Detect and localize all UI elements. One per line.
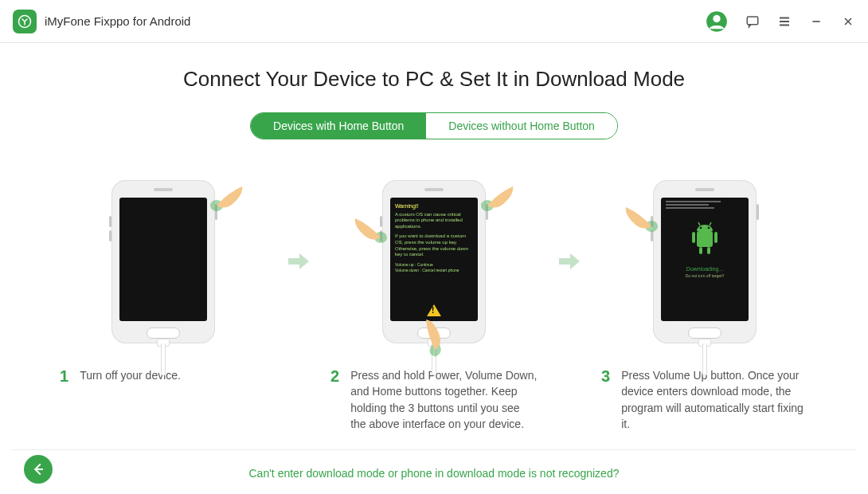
account-icon[interactable] xyxy=(706,10,728,33)
step-description: Press and hold Power, Volume Down, and H… xyxy=(350,367,538,432)
menu-icon[interactable] xyxy=(777,14,792,29)
help-link[interactable]: Can't enter download mode or phone in do… xyxy=(249,467,620,480)
main-content: Connect Your Device to PC & Set It in Do… xyxy=(0,43,868,432)
svg-line-16 xyxy=(710,222,711,225)
titlebar: iMyFone Fixppo for Android xyxy=(0,0,868,43)
tab-with-home[interactable]: Devices with Home Button xyxy=(251,113,426,139)
warning-text: Volume down : Cancel restart phone xyxy=(395,268,473,273)
phone-illustration-2: Warning!! A custom OS can cause critical… xyxy=(382,180,486,343)
step-number: 3 xyxy=(601,367,610,432)
footer: Can't enter download mode or phone in do… xyxy=(11,449,857,486)
phone-illustration-3: Downloading... Do not turn off target!! xyxy=(653,180,757,343)
svg-point-13 xyxy=(700,226,702,229)
arrow-right-icon xyxy=(553,162,585,361)
svg-rect-10 xyxy=(714,232,717,243)
svg-point-14 xyxy=(708,226,710,229)
step-number: 1 xyxy=(60,367,68,386)
app-title: iMyFone Fixppo for Android xyxy=(45,14,190,28)
svg-rect-11 xyxy=(699,247,702,254)
feedback-icon[interactable] xyxy=(745,14,760,29)
phone-illustration-1 xyxy=(111,180,215,343)
minimize-button[interactable] xyxy=(809,14,823,29)
svg-rect-9 xyxy=(692,232,695,243)
steps-row: 1 Turn off your device. Warning!! A cust… xyxy=(40,162,828,432)
step-1: 1 Turn off your device. xyxy=(52,162,275,386)
downloading-text: Downloading... xyxy=(661,266,749,272)
close-button[interactable] xyxy=(841,14,855,29)
app-logo xyxy=(13,10,37,33)
device-type-toggle: Devices with Home Button Devices without… xyxy=(250,112,618,139)
warning-triangle-icon xyxy=(427,304,441,316)
android-robot-icon xyxy=(689,220,721,260)
finger-icon xyxy=(631,204,663,241)
warning-text: A custom OS can cause critical problems … xyxy=(395,212,473,230)
finger-icon xyxy=(476,183,508,220)
warning-header: Warning!! xyxy=(395,202,473,210)
finger-icon xyxy=(360,215,392,252)
step-3: Downloading... Do not turn off target!! xyxy=(593,162,816,432)
step-description: Press Volume Up button. Once your device… xyxy=(621,367,808,432)
svg-rect-3 xyxy=(747,17,758,25)
tab-without-home[interactable]: Devices without Home Button xyxy=(426,113,617,139)
svg-point-2 xyxy=(713,14,720,22)
finger-icon xyxy=(205,183,237,220)
back-button[interactable] xyxy=(24,455,53,484)
back-arrow-icon xyxy=(31,462,45,476)
arrow-right-icon xyxy=(283,162,315,361)
svg-rect-8 xyxy=(697,231,713,247)
svg-rect-12 xyxy=(707,247,710,254)
downloading-subtext: Do not turn off target!! xyxy=(661,273,749,278)
page-title: Connect Your Device to PC & Set It in Do… xyxy=(40,67,828,92)
step-number: 2 xyxy=(330,367,339,432)
warning-text: If you want to download a custom OS, pre… xyxy=(395,233,473,258)
svg-line-15 xyxy=(698,222,700,225)
step-2: Warning!! A custom OS can cause critical… xyxy=(323,162,545,432)
